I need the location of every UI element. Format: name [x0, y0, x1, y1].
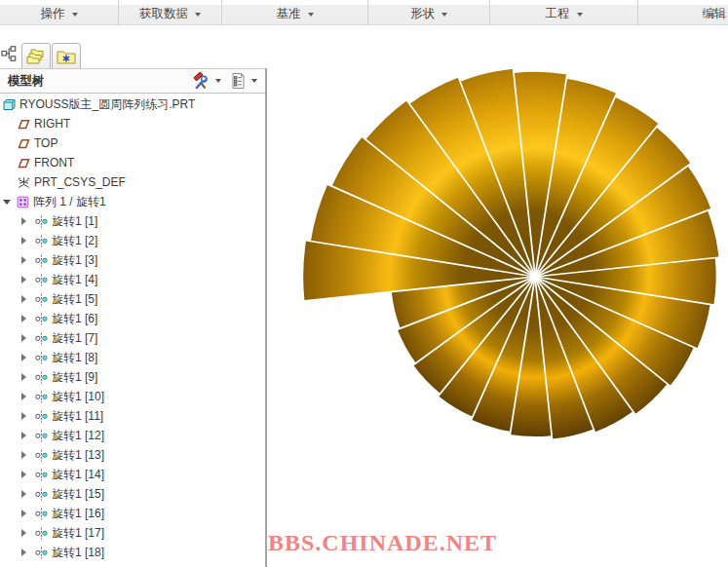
revolve-icon: [35, 352, 48, 364]
checklist-icon: [230, 72, 247, 90]
tree-row[interactable]: TOP: [0, 133, 265, 153]
panel-title: 模型树: [8, 73, 45, 90]
expand-arrow[interactable]: [21, 429, 35, 442]
ribbon-group-label: 获取数据: [139, 6, 188, 22]
revolve-icon: [35, 293, 48, 306]
revolve-icon: [35, 527, 48, 540]
tree-row[interactable]: 旋转1 [3]: [0, 250, 265, 270]
tree-row[interactable]: RIGHT: [0, 114, 265, 133]
folder-tree-tab[interactable]: [21, 43, 51, 69]
revolve-icon: [35, 235, 48, 247]
tree-item-label: 旋转1 [6]: [52, 309, 97, 328]
tools-icon: [192, 72, 211, 91]
expand-arrow[interactable]: [21, 507, 35, 520]
tree-row[interactable]: 旋转1 [10]: [0, 387, 265, 406]
chevron-down-icon: [215, 79, 221, 83]
datum-plane-icon: [18, 137, 30, 150]
tree-item-label: 旋转1 [13]: [52, 445, 104, 465]
tree-item-label: 旋转1 [7]: [52, 328, 97, 348]
tree-row[interactable]: 旋转1 [16]: [0, 504, 265, 523]
tree-row[interactable]: 旋转1 [7]: [0, 328, 265, 348]
expand-arrow[interactable]: [21, 253, 35, 267]
tree-row[interactable]: 旋转1 [17]: [0, 523, 265, 543]
tree-row[interactable]: 旋转1 [18]: [0, 543, 265, 562]
expand-arrow[interactable]: [21, 370, 35, 384]
folder-star-icon: [56, 48, 77, 65]
tree-row[interactable]: 旋转1 [8]: [0, 348, 265, 367]
favorites-tab[interactable]: [52, 43, 81, 69]
revolve-icon: [35, 488, 48, 501]
graphics-viewport[interactable]: [267, 26, 728, 567]
ribbon-group-label: 工程: [546, 6, 570, 22]
chevron-down-icon: [441, 13, 447, 17]
expand-arrow[interactable]: [21, 331, 35, 345]
datum-plane-icon: [18, 118, 30, 131]
tree-row[interactable]: PRT_CSYS_DEF: [0, 172, 265, 192]
tree-row[interactable]: 旋转1 [2]: [0, 231, 265, 250]
model-tree-header: 模型树: [0, 68, 265, 94]
tree-row[interactable]: 旋转1 [6]: [0, 309, 265, 328]
part-icon: [3, 98, 16, 111]
revolve-icon: [35, 508, 48, 520]
chevron-down-icon: [308, 13, 314, 17]
expand-arrow[interactable]: [3, 195, 17, 208]
tree-settings-button[interactable]: [192, 72, 221, 91]
tree-row[interactable]: RYOUSS版主_圆周阵列练习.PRT: [0, 94, 265, 114]
tree-item-label: 旋转1 [1]: [52, 211, 97, 231]
expand-arrow[interactable]: [21, 273, 35, 286]
model-tree-toggle-icon[interactable]: [1, 46, 19, 63]
tree-item-label: 旋转1 [10]: [52, 387, 104, 406]
watermark: BBS.CHINADE.NET: [268, 530, 497, 556]
revolve-icon: [35, 215, 48, 228]
tree-row[interactable]: FRONT: [0, 153, 265, 172]
expand-arrow[interactable]: [21, 468, 35, 481]
tree-item-label: 旋转1 [3]: [52, 250, 97, 270]
expand-arrow[interactable]: [21, 546, 35, 559]
tree-item-label: RIGHT: [34, 114, 70, 133]
expand-arrow[interactable]: [21, 351, 35, 364]
folder-stack-icon: [25, 48, 47, 65]
tree-item-label: 旋转1 [4]: [52, 270, 97, 289]
csys-icon: [18, 176, 30, 189]
chevron-down-icon: [577, 13, 583, 17]
tree-item-label: 旋转1 [5]: [52, 289, 97, 309]
tree-item-label: TOP: [34, 133, 57, 153]
revolve-icon: [35, 430, 48, 442]
expand-arrow[interactable]: [21, 487, 35, 501]
revolve-icon: [35, 469, 48, 481]
tree-row[interactable]: 旋转1 [12]: [0, 426, 265, 445]
ribbon-group[interactable]: 编辑: [638, 0, 728, 25]
expand-arrow[interactable]: [21, 214, 35, 228]
expand-arrow[interactable]: [21, 390, 35, 403]
tree-columns-button[interactable]: [230, 72, 257, 90]
tree-item-label: 旋转1 [12]: [52, 426, 104, 445]
tree-row[interactable]: 旋转1 [5]: [0, 289, 265, 309]
tree-row[interactable]: 旋转1 [1]: [0, 211, 265, 231]
tree-row[interactable]: 旋转1 [14]: [0, 465, 265, 484]
expand-arrow[interactable]: [21, 292, 35, 306]
tree-row[interactable]: 旋转1 [4]: [0, 270, 265, 289]
expand-arrow[interactable]: [21, 234, 35, 247]
ribbon-group[interactable]: 获取数据: [119, 0, 222, 25]
tree-row[interactable]: 旋转1 [13]: [0, 445, 265, 465]
ribbon-group[interactable]: 形状: [368, 0, 490, 25]
tree-item-label: 旋转1 [11]: [52, 406, 103, 426]
tree-item-label: 旋转1 [16]: [52, 504, 104, 523]
tree-row[interactable]: 旋转1 [15]: [0, 484, 265, 504]
model-tree: RYOUSS版主_圆周阵列练习.PRTRIGHTTOPFRONTPRT_CSYS…: [0, 94, 265, 567]
tree-row[interactable]: 旋转1 [11]: [0, 406, 265, 426]
expand-arrow[interactable]: [21, 448, 35, 462]
tree-row[interactable]: 旋转1 [9]: [0, 367, 265, 387]
ribbon-group[interactable]: 操作: [0, 0, 119, 25]
ribbon-group[interactable]: 基准: [222, 0, 368, 25]
expand-arrow[interactable]: [21, 409, 35, 423]
ribbon-group[interactable]: 工程: [490, 0, 638, 25]
ribbon-group-label: 形状: [410, 6, 435, 22]
ribbon-group-label: 操作: [41, 6, 65, 22]
tree-row[interactable]: 阵列 1 / 旋转1: [0, 192, 265, 211]
expand-arrow[interactable]: [21, 312, 35, 325]
chevron-down-icon: [195, 13, 201, 17]
tree-item-label: 旋转1 [17]: [52, 523, 104, 543]
revolve-icon: [35, 274, 48, 286]
expand-arrow[interactable]: [21, 526, 35, 540]
